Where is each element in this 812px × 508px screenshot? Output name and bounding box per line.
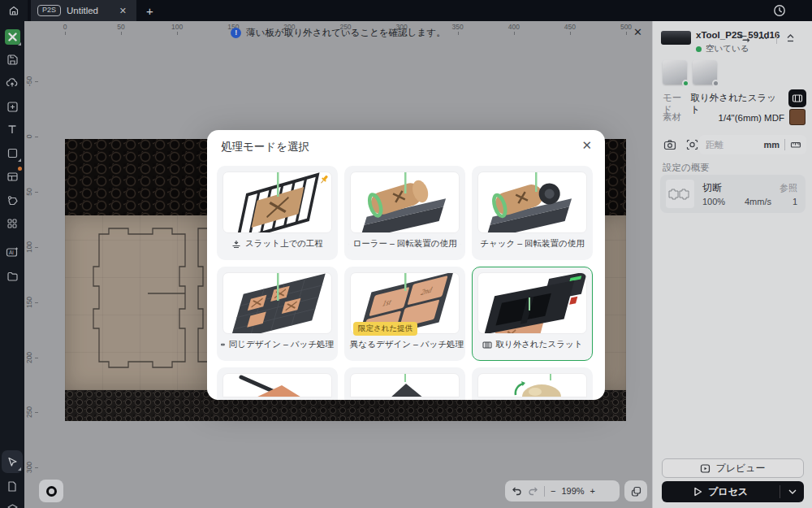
mode-card-partial-2[interactable] bbox=[344, 367, 465, 400]
mode-card-label: チャック – 回転装置の使用 bbox=[480, 238, 584, 250]
mode-card-chuck-rotary[interactable]: チャック – 回転装置の使用 bbox=[472, 166, 593, 260]
pin-icon bbox=[318, 174, 330, 189]
mode-card-image bbox=[222, 272, 332, 334]
mode-card-label: 同じデザイン – バッチ処理 bbox=[229, 339, 334, 350]
video-icon bbox=[460, 240, 461, 249]
mode-card-image bbox=[222, 373, 332, 397]
mode-card-grid: スラット上での工程 bbox=[217, 166, 593, 400]
mode-card-label-row: ローラー – 回転装置の使用 bbox=[348, 238, 461, 250]
mode-card-label-row: 異なるデザイン – バッチ処理 bbox=[348, 339, 461, 350]
mode-card-partial-3[interactable] bbox=[472, 367, 593, 400]
slats-icon bbox=[482, 341, 492, 350]
modal-title: 処理モードを選択 bbox=[221, 140, 309, 154]
platform-icon bbox=[231, 240, 241, 249]
mode-card-label: 取り外されたスラット bbox=[496, 339, 583, 350]
mode-card-label: スラット上での工程 bbox=[245, 238, 323, 250]
processing-mode-modal: 処理モードを選択 ✕ bbox=[207, 130, 605, 400]
mode-card-label: ローラー – 回転装置の使用 bbox=[352, 238, 456, 250]
mode-card-image bbox=[222, 172, 332, 233]
modal-close-icon[interactable]: ✕ bbox=[581, 138, 592, 153]
mode-card-label-row: チャック – 回転装置の使用 bbox=[476, 238, 589, 250]
mode-card-slats[interactable]: スラット上での工程 bbox=[217, 166, 338, 260]
mode-card-label: 異なるデザイン – バッチ処理 bbox=[350, 339, 464, 350]
limited-offer-badge: 限定された提供 bbox=[353, 322, 417, 336]
mode-card-roller-rotary[interactable]: ローラー – 回転装置の使用 bbox=[344, 166, 465, 260]
mode-card-batch-different[interactable]: 1st 2nd 3rd 限定された提供 異なるデザイン – バッチ処理 bbox=[344, 267, 465, 361]
mode-card-image bbox=[477, 172, 587, 233]
mode-card-image bbox=[477, 272, 587, 334]
mode-card-image bbox=[477, 373, 587, 397]
mode-card-image bbox=[350, 172, 460, 233]
xcs-app: P2S Untitled ✕ + Ai 0501001 bbox=[0, 0, 812, 508]
mode-card-batch-same[interactable]: 同じデザイン – バッチ処理 bbox=[217, 267, 338, 361]
mode-card-image bbox=[350, 373, 460, 397]
mode-card-removed-slats[interactable]: 取り外されたスラット bbox=[472, 267, 593, 361]
mode-card-partial-1[interactable] bbox=[217, 367, 338, 400]
mode-card-label-row: 取り外されたスラット bbox=[476, 339, 589, 350]
baseplate-icon bbox=[221, 341, 225, 349]
mode-card-label-row: 同じデザイン – バッチ処理 bbox=[221, 339, 334, 350]
mode-card-label-row: スラット上での工程 bbox=[221, 238, 334, 250]
